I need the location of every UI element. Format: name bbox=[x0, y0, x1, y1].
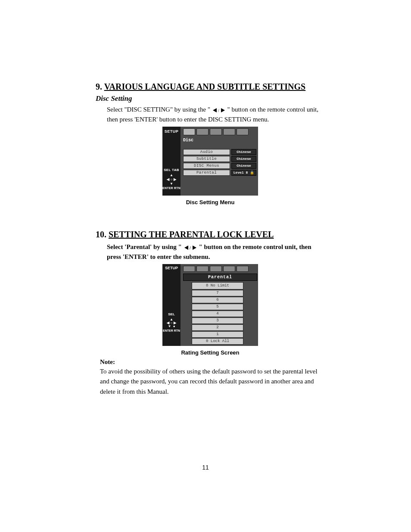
section-10-number: 10. bbox=[96, 230, 106, 239]
osd-row-value: Chinese bbox=[231, 156, 256, 162]
osd-row: DISC Menus Chinese bbox=[183, 163, 256, 169]
section-10-title: SETTING THE PARENTAL LOCK LEVEL bbox=[109, 230, 274, 239]
svg-text:/: / bbox=[189, 246, 191, 250]
osd-tab bbox=[183, 266, 195, 272]
disc-setting-figure: SETUP SEL TAB ▲ ◀ ○ ▶ ▼ ENTER RTN Disc bbox=[96, 127, 325, 205]
section-10-body: Select 'Parental' by using " / " button … bbox=[107, 242, 325, 261]
section-10-heading: 10. SETTING THE PARENTAL LOCK LEVEL bbox=[96, 230, 325, 240]
osd-row: Parental Level 8 🔒 bbox=[183, 170, 256, 176]
section-9-body-a: Select "DISC SETTING" by using the " bbox=[107, 106, 212, 113]
osd-row-value: Level 8 🔒 bbox=[231, 170, 256, 176]
section-9-heading: 9. VARIOUS LANGUAGE AND SUBTITLE SETTING… bbox=[96, 82, 325, 92]
left-right-arrows-icon: / bbox=[184, 246, 197, 250]
osd-tab bbox=[210, 266, 222, 272]
section-9-body: Select "DISC SETTING" by using the " / "… bbox=[107, 105, 325, 124]
setup-label: SETUP bbox=[162, 129, 181, 134]
page-number: 11 bbox=[0, 464, 411, 471]
setup-label: SETUP bbox=[162, 266, 181, 270]
osd-row-value: Chinese bbox=[231, 163, 256, 169]
enter-rtn-label: ENTER RTN bbox=[162, 329, 181, 332]
osd-row-name: Subtitle bbox=[183, 156, 230, 162]
osd-tab bbox=[196, 266, 209, 272]
section-10-body-a: Select 'Parental' by using " bbox=[107, 243, 182, 250]
osd-tabbar bbox=[183, 128, 249, 135]
rating-level: 8 No Limit bbox=[192, 282, 243, 289]
rating-level: 7 bbox=[192, 290, 243, 296]
disc-setting-caption: Disc Setting Menu bbox=[96, 199, 325, 205]
enter-rtn-label: ENTER RTN bbox=[162, 187, 181, 190]
manual-page: 9. VARIOUS LANGUAGE AND SUBTITLE SETTING… bbox=[0, 0, 411, 532]
sel-label: SEL bbox=[162, 312, 181, 316]
osd-row-value: Chinese bbox=[231, 149, 256, 155]
osd-row: Audio Chinese bbox=[183, 149, 256, 155]
osd-tab bbox=[210, 128, 222, 135]
osd-title: Parental bbox=[183, 274, 257, 281]
section-9-title: VARIOUS LANGUAGE AND SUBTITLE SETTINGS bbox=[104, 82, 306, 91]
osd-sidebar: SETUP SEL ▲ ◀ ○ ▶ ▼ ● ENTER RTN bbox=[162, 264, 181, 346]
svg-marker-0 bbox=[213, 108, 217, 112]
note-label: Note: bbox=[100, 358, 325, 366]
rating-caption: Rating Setting Screen bbox=[96, 349, 325, 356]
osd-row-name: DISC Menus bbox=[183, 163, 230, 169]
dpad-icon: ▲ ◀ ○ ▶ ▼ ● bbox=[162, 318, 181, 328]
dpad-icon: ▲ ◀ ○ ▶ ▼ bbox=[165, 174, 178, 186]
osd-levels: 8 No Limit 7 6 5 4 3 2 1 0 Lock All bbox=[192, 282, 243, 345]
osd-sidebar: SETUP SEL TAB ▲ ◀ ○ ▶ ▼ ENTER RTN bbox=[162, 127, 181, 196]
osd-tab bbox=[237, 266, 249, 272]
rating-level: 6 bbox=[192, 297, 243, 303]
osd-tab bbox=[223, 128, 235, 135]
rating-osd: SETUP SEL ▲ ◀ ○ ▶ ▼ ● ENTER RTN Parental… bbox=[162, 264, 258, 346]
osd-rows: Audio Chinese Subtitle Chinese DISC Menu… bbox=[183, 149, 256, 177]
seltab-label: SEL TAB bbox=[162, 168, 181, 172]
osd-tabbar bbox=[183, 266, 249, 272]
svg-text:/: / bbox=[218, 108, 219, 112]
osd-row-name: Audio bbox=[183, 149, 230, 155]
section-9-number: 9. bbox=[96, 82, 102, 91]
rating-level: 1 bbox=[192, 331, 243, 338]
svg-marker-3 bbox=[184, 246, 188, 250]
rating-level: 0 Lock All bbox=[192, 338, 243, 345]
note-text: To avoid the possibility of others using… bbox=[100, 367, 325, 397]
rating-level: 5 bbox=[192, 304, 243, 310]
disc-setting-osd: SETUP SEL TAB ▲ ◀ ○ ▶ ▼ ENTER RTN Disc bbox=[162, 127, 258, 196]
osd-row: Subtitle Chinese bbox=[183, 156, 256, 162]
osd-tab bbox=[237, 128, 249, 135]
rating-level: 4 bbox=[192, 311, 243, 317]
rating-level: 3 bbox=[192, 317, 243, 324]
osd-tab bbox=[196, 128, 209, 135]
svg-marker-2 bbox=[221, 108, 225, 112]
rating-figure: SETUP SEL ▲ ◀ ○ ▶ ▼ ● ENTER RTN Parental… bbox=[96, 264, 325, 356]
rating-level: 2 bbox=[192, 324, 243, 331]
osd-tab bbox=[183, 128, 195, 135]
disc-setting-subhead: Disc Setting bbox=[96, 94, 325, 103]
osd-tab bbox=[223, 266, 235, 272]
left-right-arrows-icon: / bbox=[212, 108, 226, 112]
svg-marker-5 bbox=[193, 246, 196, 250]
osd-disc-label: Disc bbox=[183, 138, 193, 143]
osd-row-name: Parental bbox=[183, 170, 230, 176]
